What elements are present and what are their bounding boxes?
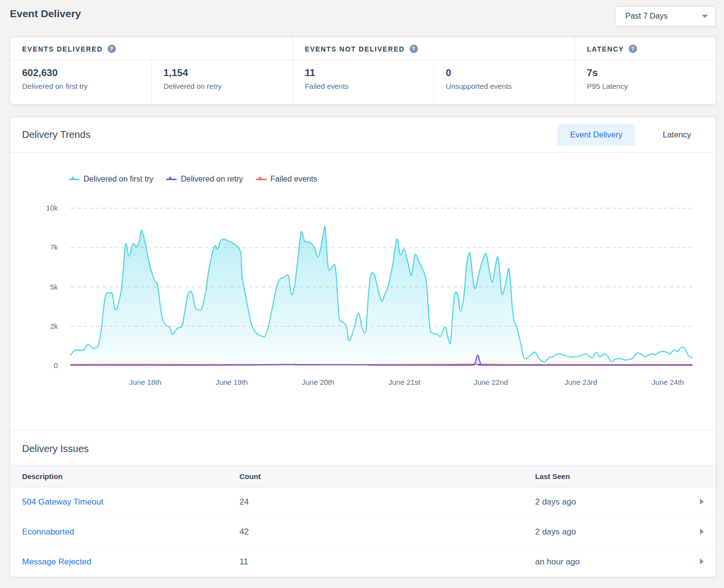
- metric-label: Delivered on retry: [164, 82, 281, 90]
- stat-cells: 7s P95 Latency: [575, 60, 716, 104]
- time-range-select[interactable]: Past 7 Days: [615, 6, 716, 27]
- column-header-actions: [688, 466, 716, 487]
- legend-label: Failed events: [271, 175, 317, 184]
- metric-label: Delivered on first try: [22, 82, 139, 90]
- svg-text:June 21st: June 21st: [389, 378, 421, 386]
- legend-item-failed: Failed events: [256, 175, 317, 184]
- issue-link[interactable]: 504 Gateway Timeout: [22, 497, 103, 507]
- stat-group-events-not-delivered: EVENTS NOT DELIVERED ? 11 Failed events …: [292, 37, 574, 104]
- table-row[interactable]: Econnaborted 42 2 days ago: [10, 517, 716, 547]
- legend-item-first-try: Delivered on first try: [69, 175, 153, 184]
- page-title: Event Delivery: [10, 6, 81, 20]
- legend-label: Delivered on first try: [84, 175, 153, 184]
- stats-card: EVENTS DELIVERED ? 602,630 Delivered on …: [10, 37, 716, 105]
- issue-link[interactable]: Econnaborted: [22, 527, 74, 536]
- issue-last-seen: 2 days ago: [523, 487, 688, 517]
- stat-group-label: EVENTS NOT DELIVERED: [305, 45, 404, 53]
- series-marker-icon: [166, 176, 177, 182]
- issues-table: Description Count Last Seen 504 Gateway …: [10, 465, 716, 577]
- series-marker-icon: [256, 176, 267, 182]
- issue-link[interactable]: Message Rejected: [22, 557, 91, 566]
- svg-text:2k: 2k: [50, 322, 58, 330]
- svg-text:7k: 7k: [50, 243, 58, 251]
- svg-text:June 20th: June 20th: [302, 378, 334, 386]
- metric-label: P95 Latency: [587, 82, 704, 90]
- trends-tabs: Event Delivery Latency: [557, 124, 704, 146]
- chart-legend: Delivered on first try Delivered on retr…: [69, 173, 716, 185]
- metric-p95-latency: 7s P95 Latency: [575, 60, 716, 104]
- svg-text:5k: 5k: [50, 283, 58, 291]
- chevron-right-icon[interactable]: [700, 529, 704, 535]
- trends-header: Delivery Trends Event Delivery Latency: [10, 117, 716, 153]
- svg-text:June 18th: June 18th: [129, 378, 162, 386]
- issue-last-seen: an hour ago: [523, 547, 688, 577]
- time-range-value: Past 7 Days: [625, 12, 668, 21]
- metric-delivered-first-try: 602,630 Delivered on first try: [10, 60, 151, 104]
- event-delivery-page: Event Delivery Past 7 Days EVENTS DELIVE…: [0, 0, 724, 577]
- metric-value: 0: [446, 67, 563, 79]
- svg-text:June 23rd: June 23rd: [564, 378, 597, 386]
- stat-group-events-delivered: EVENTS DELIVERED ? 602,630 Delivered on …: [10, 37, 292, 104]
- chevron-right-icon[interactable]: [700, 559, 704, 564]
- help-icon[interactable]: ?: [629, 45, 637, 53]
- stat-cells: 602,630 Delivered on first try 1,154 Del…: [10, 60, 292, 104]
- metric-value: 1,154: [164, 67, 281, 79]
- chart-area: Delivered on first try Delivered on retr…: [10, 153, 716, 430]
- series-marker-icon: [69, 176, 80, 182]
- table-row[interactable]: 504 Gateway Timeout 24 2 days ago: [10, 487, 716, 517]
- tab-latency[interactable]: Latency: [650, 124, 704, 146]
- help-icon[interactable]: ?: [108, 45, 116, 53]
- chevron-right-icon[interactable]: [700, 499, 704, 505]
- metric-value: 7s: [587, 67, 704, 79]
- issue-count: 24: [227, 487, 523, 517]
- issue-count: 42: [227, 517, 523, 547]
- issue-last-seen: 2 days ago: [523, 517, 688, 547]
- issues-table-header-row: Description Count Last Seen: [10, 466, 716, 487]
- column-header-last-seen: Last Seen: [523, 466, 688, 487]
- stat-cells: 11 Failed events 0 Unsupported events: [293, 60, 574, 104]
- column-header-description: Description: [10, 466, 227, 487]
- svg-text:June 24th: June 24th: [652, 378, 684, 386]
- stat-group-header: LATENCY ?: [575, 37, 716, 60]
- svg-text:0: 0: [54, 361, 58, 370]
- chevron-down-icon: [702, 15, 708, 18]
- metric-failed-events: 11 Failed events: [293, 60, 433, 104]
- delivery-trends-card: Delivery Trends Event Delivery Latency D…: [10, 117, 716, 577]
- metric-delivered-retry: 1,154 Delivered on retry: [151, 60, 293, 104]
- tab-event-delivery[interactable]: Event Delivery: [557, 124, 635, 146]
- svg-text:10k: 10k: [46, 204, 58, 212]
- metric-label: Unsupported events: [446, 82, 563, 90]
- table-row[interactable]: Message Rejected 11 an hour ago: [10, 547, 716, 577]
- topbar: Event Delivery Past 7 Days: [10, 6, 716, 27]
- help-icon[interactable]: ?: [410, 45, 418, 53]
- trends-title: Delivery Trends: [22, 129, 90, 140]
- metric-label: Failed events: [305, 82, 421, 90]
- stat-group-header: EVENTS NOT DELIVERED ?: [293, 37, 574, 60]
- issues-title: Delivery Issues: [10, 430, 716, 465]
- stat-group-label: LATENCY: [587, 45, 624, 53]
- legend-label: Delivered on retry: [181, 175, 243, 184]
- stat-group-latency: LATENCY ? 7s P95 Latency: [575, 37, 716, 104]
- stat-group-label: EVENTS DELIVERED: [22, 45, 103, 53]
- column-header-count: Count: [227, 466, 523, 487]
- svg-text:June 19th: June 19th: [216, 378, 248, 386]
- stat-group-header: EVENTS DELIVERED ?: [10, 37, 292, 60]
- svg-text:June 22nd: June 22nd: [473, 378, 508, 386]
- delivery-trends-chart: 02k5k7k10kJune 18thJune 19thJune 20thJun…: [10, 192, 716, 393]
- metric-value: 602,630: [22, 67, 139, 79]
- metric-unsupported-events: 0 Unsupported events: [434, 60, 575, 104]
- legend-item-retry: Delivered on retry: [166, 175, 243, 184]
- metric-value: 11: [305, 67, 421, 79]
- delivery-issues-section: Delivery Issues Description Count Last S…: [10, 430, 716, 577]
- issue-count: 11: [227, 547, 523, 577]
